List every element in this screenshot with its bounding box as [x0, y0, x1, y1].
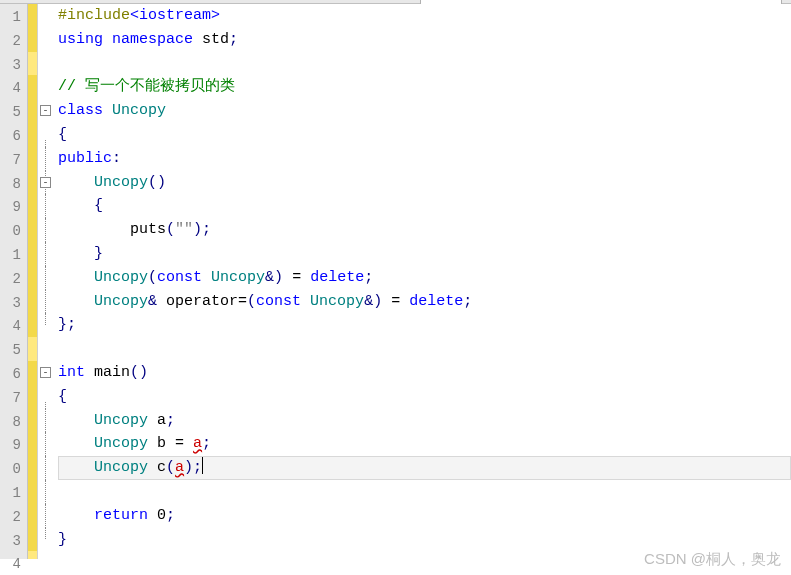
- line-number: 3: [0, 54, 27, 78]
- change-marker-bar: [28, 4, 38, 559]
- code-line: [58, 480, 791, 504]
- code-line: }: [58, 528, 791, 552]
- line-number: 1: [0, 482, 27, 506]
- code-line: Uncopy(): [58, 171, 791, 195]
- line-number: 8: [0, 411, 27, 435]
- code-line: }: [58, 242, 791, 266]
- code-line: return 0;: [58, 504, 791, 528]
- code-editor[interactable]: 1 2 3 4 5 6 7 8 9 0 1 2 3 4 5 6 7 8 9 0 …: [0, 4, 791, 559]
- code-line: [58, 337, 791, 361]
- code-line: int main(): [58, 361, 791, 385]
- code-line: {: [58, 194, 791, 218]
- code-line: puts("");: [58, 218, 791, 242]
- error-squiggle: a: [175, 459, 184, 476]
- error-squiggle: a: [193, 435, 202, 452]
- text-caret: [202, 457, 203, 474]
- code-line: {: [58, 385, 791, 409]
- line-number: 3: [0, 292, 27, 316]
- line-number: 1: [0, 6, 27, 30]
- line-number: 4: [0, 553, 27, 575]
- line-number: 9: [0, 434, 27, 458]
- code-line: public:: [58, 147, 791, 171]
- fold-gutter[interactable]: - - -: [38, 4, 54, 559]
- code-line: Uncopy b = a;: [58, 432, 791, 456]
- line-number: 2: [0, 30, 27, 54]
- code-line: // 写一个不能被拷贝的类: [58, 75, 791, 99]
- line-number: 7: [0, 387, 27, 411]
- code-line: using namespace std;: [58, 28, 791, 52]
- code-line: {: [58, 123, 791, 147]
- line-number: 7: [0, 149, 27, 173]
- line-number: 3: [0, 530, 27, 554]
- line-number: 2: [0, 506, 27, 530]
- code-line: [58, 52, 791, 76]
- code-line: Uncopy(const Uncopy&) = delete;: [58, 266, 791, 290]
- fold-toggle[interactable]: -: [40, 177, 51, 188]
- line-number: 6: [0, 363, 27, 387]
- line-number: 0: [0, 458, 27, 482]
- code-line: class Uncopy: [58, 99, 791, 123]
- line-number: 4: [0, 77, 27, 101]
- code-area[interactable]: #include<iostream> using namespace std; …: [54, 4, 791, 559]
- line-number: 9: [0, 196, 27, 220]
- code-line: Uncopy a;: [58, 409, 791, 433]
- code-line: };: [58, 313, 791, 337]
- line-number: 8: [0, 173, 27, 197]
- code-line: Uncopy& operator=(const Uncopy&) = delet…: [58, 290, 791, 314]
- line-number: 6: [0, 125, 27, 149]
- line-number: 0: [0, 220, 27, 244]
- code-line-current: Uncopy c(a);: [58, 456, 791, 480]
- line-number: 4: [0, 315, 27, 339]
- fold-toggle[interactable]: -: [40, 105, 51, 116]
- line-number-gutter: 1 2 3 4 5 6 7 8 9 0 1 2 3 4 5 6 7 8 9 0 …: [0, 4, 28, 559]
- line-number: 1: [0, 244, 27, 268]
- code-line: [58, 551, 791, 575]
- code-line: #include<iostream>: [58, 4, 791, 28]
- line-number: 5: [0, 101, 27, 125]
- line-number: 5: [0, 339, 27, 363]
- line-number: 2: [0, 268, 27, 292]
- fold-toggle[interactable]: -: [40, 367, 51, 378]
